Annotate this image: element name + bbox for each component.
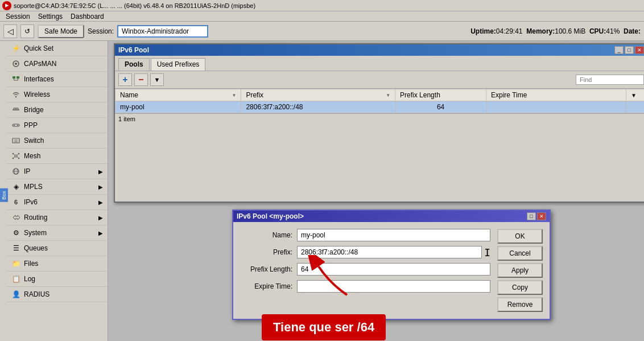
sidebar-item-switch[interactable]: Switch (7, 133, 108, 149)
tab-pools[interactable]: Pools (118, 58, 150, 71)
prefix-label: Prefix: (240, 248, 297, 256)
find-input[interactable] (576, 75, 644, 85)
arrow-overlay (302, 255, 358, 302)
sidebar-files-label: Files (24, 260, 38, 268)
refresh-button[interactable]: ↺ (20, 24, 34, 38)
sidebar-capsman-label: CAPsMAN (24, 60, 56, 68)
sidebar-mesh-label: Mesh (24, 152, 40, 160)
sidebar-item-bridge[interactable]: Bridge (7, 102, 108, 118)
menu-session[interactable]: Session (2, 12, 34, 21)
ipv6-tab-bar: Pools Used Prefixes (115, 56, 644, 71)
sidebar-item-ip[interactable]: IP ▶ (7, 164, 108, 179)
window-controls: _ □ ✕ (614, 46, 644, 54)
sidebar-wireless-label: Wireless (24, 91, 50, 98)
sidebar-item-ipv6[interactable]: 6 IPv6 ▶ (7, 195, 108, 210)
sidebar-switch-label: Switch (24, 137, 44, 145)
radius-icon: 👤 (11, 290, 20, 299)
date-label: Date: (624, 27, 641, 35)
col-prefix: Prefix▼ (241, 89, 395, 101)
apply-button[interactable]: Apply (497, 263, 543, 278)
close-button[interactable]: ✕ (635, 46, 644, 54)
svg-point-22 (13, 158, 14, 159)
queues-icon: ☰ (11, 244, 20, 253)
add-button[interactable]: + (118, 73, 132, 86)
main-layout: Box ⚡ Quick Set CAPsMAN Interfaces (0, 41, 644, 341)
cell-dropdown (626, 101, 644, 113)
app-logo: ▶ (2, 1, 11, 10)
name-label: Name: (240, 231, 297, 239)
interfaces-icon (11, 75, 20, 84)
log-icon: 📋 (11, 274, 20, 284)
copy-button[interactable]: Copy (497, 280, 543, 295)
sidebar-item-system[interactable]: ⚙ System ▶ (7, 225, 108, 241)
session-input[interactable] (117, 25, 208, 38)
menu-settings[interactable]: Settings (35, 12, 66, 21)
col-dropdown: ▼ (626, 89, 644, 101)
sidebar-item-capsman[interactable]: CAPsMAN (7, 56, 108, 72)
annotation-banner: Tiene que ser /64 (262, 314, 386, 340)
uptime-label: Uptime: (470, 27, 496, 35)
ipv6-pool-dialog: IPv6 Pool <my-pool> □ ✕ Name: Prefix: (232, 209, 551, 320)
bridge-icon (11, 105, 20, 114)
sidebar-item-mesh[interactable]: Mesh (7, 149, 108, 164)
cancel-button[interactable]: Cancel (497, 246, 543, 261)
name-input[interactable] (297, 229, 490, 241)
sidebar-item-mpls[interactable]: ◈ MPLS ▶ (7, 179, 108, 195)
svg-rect-2 (13, 76, 15, 79)
cursor-indicator: I (484, 246, 490, 258)
sidebar-log-label: Log (24, 275, 35, 283)
sidebar-item-ppp[interactable]: PPP (7, 118, 108, 133)
svg-line-27 (17, 157, 19, 158)
svg-point-14 (14, 125, 15, 126)
mpls-icon: ◈ (11, 182, 20, 191)
filter-button[interactable]: ▼ (150, 73, 164, 86)
title-bar: ▶ soporte@C4:AD:34:7E:92:5C (L... ... ..… (0, 0, 644, 11)
uptime-section: Uptime:04:29:41 Memory:100.6 MiB CPU:41%… (470, 27, 641, 35)
svg-line-25 (17, 154, 19, 155)
sidebar-item-files[interactable]: 📁 Files (7, 256, 108, 272)
dialog-maximize-button[interactable]: □ (527, 212, 536, 220)
tab-used-prefixes[interactable]: Used Prefixes (151, 58, 206, 71)
minimize-button[interactable]: _ (614, 46, 624, 54)
ok-button[interactable]: OK (497, 229, 543, 244)
remove-button-dialog[interactable]: Remove (497, 297, 543, 312)
sidebar-item-interfaces[interactable]: Interfaces (7, 72, 108, 87)
ipv6-pool-table: Name▼ Prefix▼ Prefix Length Expire Time … (115, 89, 644, 113)
mesh-icon (11, 151, 20, 161)
sidebar-system-label: System (24, 229, 47, 237)
svg-point-7 (15, 96, 16, 97)
remove-button[interactable]: − (134, 73, 148, 86)
sidebar-item-radius[interactable]: 👤 RADIUS (7, 287, 108, 302)
sidebar-item-routing[interactable]: Routing ▶ (7, 210, 108, 225)
sidebar-item-log[interactable]: 📋 Log (7, 272, 108, 287)
ipv6-icon: 6 (11, 198, 20, 207)
cell-prefix: 2806:3f7:a200::/48 (241, 101, 395, 113)
sidebar-item-quick-set[interactable]: ⚡ Quick Set (7, 41, 108, 56)
expire-time-label: Expire Time: (240, 282, 297, 290)
col-expire-time: Expire Time (486, 89, 626, 101)
sidebar-mpls-label: MPLS (24, 183, 43, 191)
dialog-close-button[interactable]: ✕ (537, 212, 546, 220)
safe-mode-button[interactable]: Safe Mode (38, 24, 84, 38)
back-button[interactable]: ◁ (3, 24, 17, 38)
svg-point-23 (18, 158, 19, 159)
toolbar: ◁ ↺ Safe Mode Session: Uptime:04:29:41 M… (0, 22, 644, 41)
dialog-buttons: OK Cancel Apply Copy Remove (497, 229, 543, 312)
sidebar-item-queues[interactable]: ☰ Queues (7, 241, 108, 256)
cpu-label: CPU: (589, 27, 606, 35)
svg-point-1 (15, 63, 17, 65)
dialog-body: Name: Prefix: I Prefix Length: Expire Ti… (233, 222, 550, 319)
svg-point-20 (13, 153, 14, 154)
table-row[interactable]: my-pool 2806:3f7:a200::/48 64 (115, 101, 645, 113)
side-tab: Box (0, 188, 8, 202)
menu-dashboard[interactable]: Dashboard (67, 12, 108, 21)
cell-expire-time (486, 101, 626, 113)
col-name: Name▼ (115, 89, 241, 101)
maximize-button[interactable]: □ (625, 46, 634, 54)
form-row-name: Name: (240, 229, 490, 241)
sidebar-ppp-label: PPP (24, 121, 38, 129)
ipv6-arrow: ▶ (98, 199, 103, 206)
sidebar-queues-label: Queues (24, 244, 48, 252)
sidebar-item-wireless[interactable]: Wireless (7, 87, 108, 102)
sidebar-bridge-label: Bridge (24, 106, 44, 114)
